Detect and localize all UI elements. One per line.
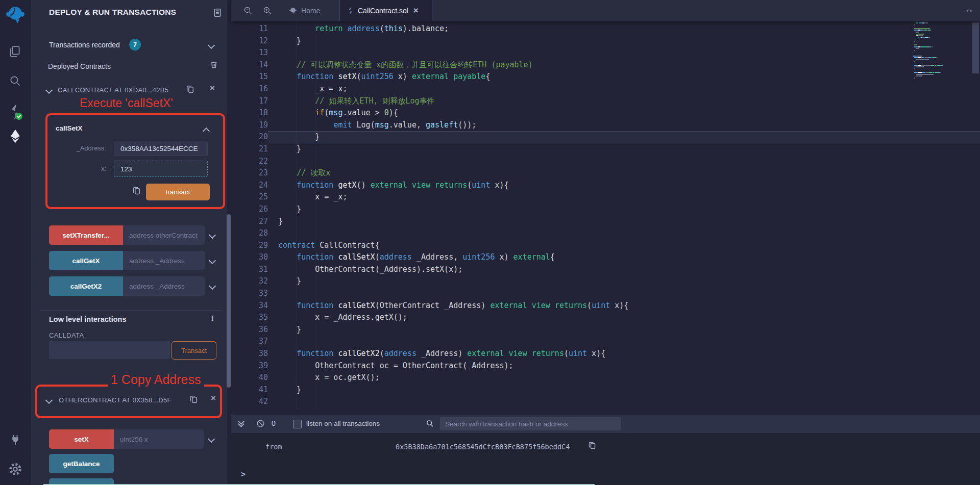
setxtransfer-button[interactable]: setXTransfer... — [49, 225, 123, 245]
close-icon[interactable]: × — [210, 85, 215, 92]
code-line[interactable]: 21 } — [231, 143, 980, 156]
code-line[interactable]: 17 // 如果转入ETH, 则释放Log事件 — [231, 95, 980, 108]
terminal-search-input[interactable] — [440, 417, 621, 430]
code-line[interactable]: 19 emit Log(msg.value, gasleft()); — [231, 119, 980, 132]
line-number[interactable]: 38 — [231, 348, 268, 360]
line-number[interactable]: 42 — [231, 396, 268, 408]
panel-scrollbar[interactable] — [227, 214, 231, 388]
line-number[interactable]: 39 — [231, 360, 268, 372]
chevron-down-icon[interactable] — [45, 87, 53, 94]
line-number[interactable]: 21 — [231, 143, 268, 156]
line-number[interactable]: 13 — [231, 47, 268, 59]
chevron-down-icon[interactable] — [208, 436, 215, 443]
callgetx-arg-input[interactable] — [123, 251, 205, 270]
line-number[interactable]: 41 — [231, 384, 268, 396]
editor-minimap[interactable] — [913, 22, 971, 81]
code-line[interactable]: 29contract CallContract{ — [231, 240, 980, 252]
code-line[interactable]: 23 // 读取x — [231, 167, 980, 180]
code-line[interactable]: 34 function callGetX(OtherContract _Addr… — [231, 300, 980, 312]
line-number[interactable]: 33 — [231, 288, 268, 300]
line-number[interactable]: 27 — [231, 216, 268, 228]
code-line[interactable]: 30 function callSetX(address _Address, u… — [231, 251, 980, 264]
settings-icon[interactable] — [0, 462, 31, 476]
code-line[interactable]: 25 x = _x; — [231, 191, 980, 203]
code-line[interactable]: 26 } — [231, 203, 980, 216]
copy-icon[interactable] — [189, 395, 198, 405]
chevron-down-icon[interactable] — [209, 257, 216, 264]
code-line[interactable]: 36 } — [231, 324, 980, 336]
remix-logo[interactable] — [0, 4, 31, 25]
code-line[interactable]: 18 if(msg.value > 0){ — [231, 107, 980, 119]
code-line[interactable]: 37 — [231, 336, 980, 348]
code-line[interactable]: 28 — [231, 227, 980, 240]
setx-arg-input[interactable] — [114, 429, 204, 449]
clear-console-icon[interactable] — [256, 419, 265, 430]
line-number[interactable]: 12 — [231, 35, 268, 47]
code-editor[interactable]: 11 return address(this).balance;12 }1314… — [231, 21, 980, 415]
code-line[interactable]: 40 x = oc.getX(); — [231, 372, 980, 384]
tab-home[interactable]: Home — [282, 0, 339, 21]
close-tab-icon[interactable]: × — [413, 7, 419, 14]
copy-icon[interactable] — [186, 85, 194, 95]
line-number[interactable]: 28 — [231, 227, 268, 240]
line-number[interactable]: 15 — [231, 71, 268, 83]
code-line[interactable]: 33 — [231, 288, 980, 300]
contract-instance-title[interactable]: CALLCONTRACT AT 0XDA0...42B5 — [58, 86, 168, 94]
chevron-down-icon[interactable] — [209, 232, 216, 239]
line-number[interactable]: 31 — [231, 264, 268, 276]
callgetx-button[interactable]: callGetX — [49, 251, 123, 270]
line-number[interactable]: 34 — [231, 300, 268, 312]
line-number[interactable]: 29 — [231, 240, 268, 252]
line-number[interactable]: 19 — [231, 119, 268, 132]
code-line[interactable]: 42 — [231, 396, 980, 408]
line-number[interactable]: 16 — [231, 83, 268, 95]
listen-all-checkbox[interactable] — [293, 420, 302, 428]
line-number[interactable]: 36 — [231, 324, 268, 336]
collapse-terminal-icon[interactable] — [239, 419, 243, 426]
address-input[interactable] — [114, 141, 208, 156]
search-icon[interactable] — [0, 74, 31, 88]
line-number[interactable]: 40 — [231, 372, 268, 384]
copy-icon[interactable] — [132, 186, 141, 197]
trash-icon[interactable] — [210, 61, 218, 71]
documentation-icon[interactable] — [213, 8, 222, 19]
setx-button[interactable]: setX — [49, 429, 114, 449]
terminal-prompt[interactable]: > — [241, 470, 246, 479]
line-number[interactable]: 11 — [231, 23, 268, 35]
line-number[interactable]: 37 — [231, 336, 268, 348]
callgetx2-arg-input[interactable] — [123, 276, 205, 296]
line-number[interactable]: 17 — [231, 95, 268, 108]
tab-callcontract-sol[interactable]: CallContract.sol × — [339, 0, 432, 21]
line-number[interactable]: 22 — [231, 156, 268, 168]
line-number[interactable]: 32 — [231, 275, 268, 288]
code-line[interactable]: 39 OtherContract oc = OtherContract(_Add… — [231, 360, 980, 372]
calldata-input[interactable] — [49, 341, 170, 359]
code-line[interactable]: 20 } — [231, 131, 980, 143]
file-explorer-icon[interactable] — [0, 45, 31, 58]
transact-button[interactable]: transact — [146, 184, 210, 200]
callgetx2-button[interactable]: callGetX2 — [49, 276, 123, 296]
code-line[interactable]: 16 _x = x; — [231, 83, 980, 95]
line-number[interactable]: 25 — [231, 191, 268, 203]
line-number[interactable]: 26 — [231, 203, 268, 216]
deploy-run-icon[interactable] — [0, 129, 31, 144]
code-line[interactable]: 41 } — [231, 384, 980, 396]
contract-instance-title[interactable]: OTHERCONTRACT AT 0X358...D5F — [59, 396, 172, 404]
info-icon[interactable]: i — [211, 314, 213, 323]
search-icon[interactable] — [426, 419, 434, 430]
chevron-down-icon[interactable] — [209, 283, 216, 290]
line-number[interactable]: 20 — [231, 131, 268, 143]
setxtransfer-arg-input[interactable] — [123, 225, 205, 245]
plugin-manager-icon[interactable] — [0, 432, 31, 447]
x-input[interactable] — [114, 161, 208, 177]
code-line[interactable]: 32 } — [231, 275, 980, 288]
expand-horizontal-icon[interactable]: ↔ — [964, 4, 974, 15]
code-line[interactable]: 12 } — [231, 35, 980, 47]
line-number[interactable]: 35 — [231, 312, 268, 324]
code-line[interactable]: 15 function setX(uint256 x) external pay… — [231, 71, 980, 83]
getbalance-button[interactable]: getBalance — [49, 454, 114, 473]
code-line[interactable]: 11 return address(this).balance; — [231, 23, 980, 35]
code-line[interactable]: 13 — [231, 47, 980, 59]
line-number[interactable]: 18 — [231, 107, 268, 119]
copy-icon[interactable] — [588, 441, 596, 451]
